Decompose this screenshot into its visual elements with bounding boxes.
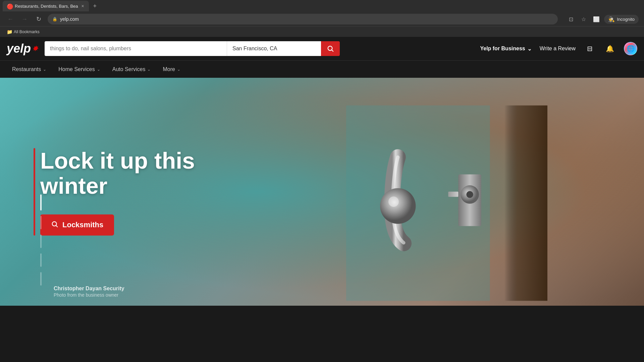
avatar-icon: 🌐 [627, 45, 635, 53]
nav-item-home-services[interactable]: Home Services ⌄ [53, 61, 105, 78]
nav-auto-services-chevron: ⌄ [147, 67, 151, 72]
incognito-icon: 🕵 [608, 16, 615, 22]
yelp-for-business-link[interactable]: Yelp for Business ⌄ [480, 46, 531, 52]
new-tab-button[interactable]: + [90, 1, 100, 11]
tab-close-button[interactable]: × [81, 3, 85, 9]
locksmiths-label: Locksmiths [62, 221, 103, 229]
svg-line-11 [56, 226, 57, 227]
search-button[interactable] [321, 41, 340, 56]
write-review-label: Write a Review [540, 46, 576, 51]
nav-home-services-chevron: ⌄ [97, 67, 100, 72]
slide-indicator-1[interactable] [40, 194, 42, 210]
yelp-for-business-chevron: ⌄ [527, 46, 532, 52]
bookmarks-bar: 📁 All Bookmarks [0, 26, 644, 37]
bookmarks-label: All Bookmarks [14, 29, 40, 34]
search-input[interactable] [45, 41, 227, 56]
yelp-page: yelp ✸ Yelp for Business ⌄ Write a Revie… [0, 37, 644, 306]
bookmark-icon[interactable]: ☆ [579, 14, 589, 24]
receipts-icon[interactable]: ⊟ [584, 43, 596, 55]
yelp-burst-icon: ✸ [32, 45, 38, 53]
hero-section: Lock it up this winter Locksmiths [0, 78, 644, 306]
incognito-badge[interactable]: 🕵 Incognito [604, 15, 639, 24]
security-icon: 🔒 [52, 17, 57, 21]
active-tab[interactable]: 🔴 Restaurants, Dentists, Bars, Bea × [3, 1, 89, 11]
url-bar[interactable]: 🔒 yelp.com [48, 14, 558, 24]
search-bar [45, 41, 340, 56]
slide-indicators [40, 194, 42, 286]
nav-item-restaurants[interactable]: Restaurants ⌄ [7, 61, 52, 78]
slide-indicator-5[interactable] [40, 272, 42, 286]
hero-accent-line [34, 148, 35, 236]
svg-point-7 [466, 191, 473, 198]
locksmiths-button[interactable]: Locksmiths [40, 214, 114, 235]
cast-icon[interactable]: ⊡ [566, 14, 576, 24]
yelp-logo-text: yelp [7, 42, 31, 56]
bookmarks-folder[interactable]: 📁 All Bookmarks [4, 28, 42, 36]
svg-point-3 [380, 188, 416, 224]
nav-more-label: More [163, 66, 175, 72]
user-avatar[interactable]: 🌐 [624, 42, 637, 55]
nav-restaurants-label: Restaurants [12, 66, 41, 72]
nav-more-chevron: ⌄ [177, 67, 180, 72]
yelp-nav: Restaurants ⌄ Home Services ⌄ Auto Servi… [0, 60, 644, 78]
slide-indicator-4[interactable] [40, 253, 42, 267]
nav-item-auto-services[interactable]: Auto Services ⌄ [107, 61, 156, 78]
slide-indicator-2[interactable] [40, 216, 42, 229]
tab-title: Restaurants, Dentists, Bars, Bea [15, 4, 78, 9]
search-icon [327, 45, 334, 52]
hero-title-line2: winter [40, 173, 107, 198]
hero-cta: Locksmiths [40, 214, 228, 235]
split-view-icon[interactable]: ⬜ [591, 14, 601, 24]
nav-restaurants-chevron: ⌄ [43, 67, 46, 72]
hero-title: Lock it up this winter [40, 148, 228, 198]
tab-favicon: 🔴 [7, 3, 12, 9]
forward-button[interactable]: → [19, 14, 30, 24]
yelp-logo[interactable]: yelp ✸ [7, 42, 38, 56]
svg-line-1 [332, 50, 333, 51]
svg-rect-8 [448, 192, 458, 197]
incognito-label: Incognito [617, 17, 635, 22]
location-input[interactable] [227, 41, 321, 56]
lock-illustration [346, 89, 547, 306]
photo-credit-sub: Photo from the business owner [54, 292, 124, 298]
folder-icon: 📁 [7, 29, 12, 35]
photo-credit-name: Christopher Dayan Security [54, 286, 124, 292]
header-actions: Yelp for Business ⌄ Write a Review ⊟ 🔔 🌐 [480, 42, 637, 55]
hero-content: Lock it up this winter Locksmiths [40, 148, 228, 236]
photo-credit: Christopher Dayan Security Photo from th… [54, 286, 124, 298]
nav-auto-services-label: Auto Services [112, 66, 146, 72]
tab-bar: 🔴 Restaurants, Dentists, Bars, Bea × + [0, 0, 644, 12]
yelp-for-business-label: Yelp for Business [480, 46, 525, 52]
notifications-icon[interactable]: 🔔 [604, 43, 616, 55]
back-button[interactable]: ← [5, 14, 15, 24]
browser-actions: ⊡ ☆ ⬜ 🕵 Incognito [566, 14, 639, 24]
svg-rect-9 [504, 106, 547, 301]
slide-indicator-3[interactable] [40, 235, 42, 248]
address-bar: ← → ↻ 🔒 yelp.com ⊡ ☆ ⬜ 🕵 Incognito [0, 12, 644, 26]
url-text: yelp.com [60, 16, 79, 22]
hero-title-line1: Lock it up this [40, 148, 195, 173]
cta-search-icon [51, 220, 58, 229]
nav-item-more[interactable]: More ⌄ [157, 61, 185, 78]
svg-point-4 [388, 196, 399, 207]
reload-button[interactable]: ↻ [34, 14, 44, 24]
nav-home-services-label: Home Services [58, 66, 95, 72]
write-review-link[interactable]: Write a Review [540, 46, 576, 52]
lock-art [346, 89, 547, 306]
yelp-header: yelp ✸ Yelp for Business ⌄ Write a Revie… [0, 37, 644, 60]
browser-window: 🔴 Restaurants, Dentists, Bars, Bea × + ←… [0, 0, 644, 37]
